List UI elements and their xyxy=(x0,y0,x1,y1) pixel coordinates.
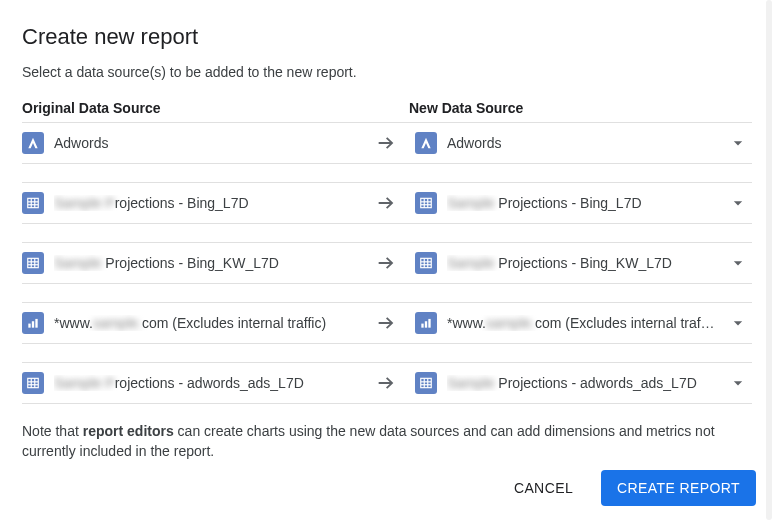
chevron-down-icon xyxy=(728,373,752,393)
new-data-source-select[interactable]: Adwords xyxy=(409,132,752,154)
footnote-bold: report editors xyxy=(83,423,174,439)
original-label: Sample Projections - Bing_L7D xyxy=(54,195,249,211)
adwords-icon xyxy=(415,132,437,154)
sheet-icon xyxy=(22,192,44,214)
new-data-source-select[interactable]: *www.sample.com (Excludes internal traff… xyxy=(409,312,752,334)
original-data-source: Sample Projections - Bing_L7D xyxy=(22,192,362,214)
original-data-source: Sample Projections - adwords_ads_L7D xyxy=(22,372,362,394)
data-source-row: *www.sample.com (Excludes internal traff… xyxy=(22,302,752,344)
sheet-icon xyxy=(415,372,437,394)
data-source-row: Sample Projections - adwords_ads_L7D Sam… xyxy=(22,362,752,404)
footnote: Note that report editors can create char… xyxy=(22,422,752,461)
new-label: Sample Projections - Bing_L7D xyxy=(447,195,642,211)
new-label: Adwords xyxy=(447,135,501,151)
create-report-button[interactable]: CREATE REPORT xyxy=(601,470,756,506)
original-header: Original Data Source xyxy=(22,100,409,116)
new-label: Sample Projections - Bing_KW_L7D xyxy=(447,255,672,271)
footnote-pre: Note that xyxy=(22,423,83,439)
new-data-source-select[interactable]: Sample Projections - Bing_L7D xyxy=(409,192,752,214)
sheet-icon xyxy=(22,372,44,394)
new-header: New Data Source xyxy=(409,100,752,116)
analytics-icon xyxy=(22,312,44,334)
arrow-icon xyxy=(362,372,409,394)
chevron-down-icon xyxy=(728,253,752,273)
columns-header: Original Data Source New Data Source xyxy=(22,100,752,116)
original-label: *www.sample.com (Excludes internal traff… xyxy=(54,315,326,331)
new-label: *www.sample.com (Excludes internal traff… xyxy=(447,315,718,331)
data-source-row: Sample Projections - Bing_KW_L7D Sample … xyxy=(22,242,752,284)
new-data-source-select[interactable]: Sample Projections - Bing_KW_L7D xyxy=(409,252,752,274)
original-data-source: *www.sample.com (Excludes internal traff… xyxy=(22,312,362,334)
original-data-source: Sample Projections - Bing_KW_L7D xyxy=(22,252,362,274)
sheet-icon xyxy=(22,252,44,274)
sheet-icon xyxy=(415,252,437,274)
cancel-button[interactable]: CANCEL xyxy=(508,472,579,504)
new-data-source-select[interactable]: Sample Projections - adwords_ads_L7D xyxy=(409,372,752,394)
arrow-icon xyxy=(362,192,409,214)
original-label: Sample Projections - Bing_KW_L7D xyxy=(54,255,279,271)
chevron-down-icon xyxy=(728,133,752,153)
dialog-actions: CANCEL CREATE REPORT xyxy=(508,470,756,506)
data-source-row: Sample Projections - Bing_L7D Sample Pro… xyxy=(22,182,752,224)
scrollbar[interactable] xyxy=(766,0,772,520)
dialog-title: Create new report xyxy=(22,24,752,50)
chevron-down-icon xyxy=(728,193,752,213)
arrow-icon xyxy=(362,312,409,334)
original-label: Adwords xyxy=(54,135,108,151)
analytics-icon xyxy=(415,312,437,334)
data-source-row: Adwords Adwords xyxy=(22,122,752,164)
adwords-icon xyxy=(22,132,44,154)
arrow-icon xyxy=(362,132,409,154)
original-data-source: Adwords xyxy=(22,132,362,154)
dialog-subtitle: Select a data source(s) to be added to t… xyxy=(22,64,752,80)
arrow-icon xyxy=(362,252,409,274)
new-label: Sample Projections - adwords_ads_L7D xyxy=(447,375,697,391)
original-label: Sample Projections - adwords_ads_L7D xyxy=(54,375,304,391)
create-report-dialog: Create new report Select a data source(s… xyxy=(0,0,774,520)
sheet-icon xyxy=(415,192,437,214)
chevron-down-icon xyxy=(728,313,752,333)
